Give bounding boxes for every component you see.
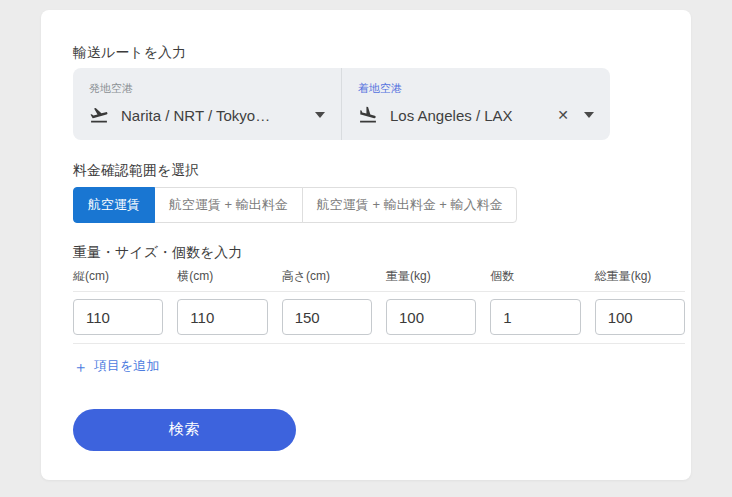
width-label: 横(cm) (177, 268, 267, 284)
weight-label: 重量(kg) (386, 268, 476, 284)
quote-form-card: 輸送ルートを入力 発地空港 Narita / NRT / Tokyo… 着地空港 (41, 10, 691, 480)
cargo-field-labels: 縦(cm) 横(cm) 高さ(cm) 重量(kg) 個数 総重量(kg) (73, 268, 685, 284)
height-field[interactable] (282, 299, 372, 335)
clear-icon[interactable]: ✕ (557, 108, 569, 122)
origin-airport-select[interactable]: 発地空港 Narita / NRT / Tokyo… (73, 68, 342, 140)
total-weight-field[interactable] (595, 299, 685, 335)
fee-scope-tabs: 航空運賃 航空運賃 + 輸出料金 航空運賃 + 輸出料金 + 輸入料金 (73, 187, 517, 223)
fee-option-air-freight[interactable]: 航空運賃 (73, 187, 155, 223)
add-item-label: 項目を追加 (94, 357, 159, 375)
add-item-button[interactable]: ＋ 項目を追加 (73, 357, 159, 375)
height-label: 高さ(cm) (282, 268, 372, 284)
total-weight-label: 総重量(kg) (595, 268, 685, 284)
origin-airport-label: 発地空港 (89, 81, 325, 96)
length-field[interactable] (73, 299, 163, 335)
cargo-inputs-row (73, 299, 685, 335)
chevron-down-icon (584, 112, 594, 118)
weight-field[interactable] (386, 299, 476, 335)
destination-airport-label: 着地空港 (358, 81, 594, 96)
fee-option-air-freight-export[interactable]: 航空運賃 + 輸出料金 (154, 187, 303, 223)
fee-option-air-freight-export-import[interactable]: 航空運賃 + 輸出料金 + 輸入料金 (302, 187, 518, 223)
route-selector: 発地空港 Narita / NRT / Tokyo… 着地空港 Los Ange… (73, 68, 610, 140)
flight-land-icon (358, 105, 378, 125)
length-label: 縦(cm) (73, 268, 163, 284)
plus-icon: ＋ (73, 359, 88, 374)
divider (73, 291, 685, 292)
origin-airport-value: Narita / NRT / Tokyo… (121, 107, 270, 124)
fee-section-title: 料金確認範囲を選択 (73, 160, 685, 180)
route-section-title: 輸送ルートを入力 (73, 42, 685, 62)
chevron-down-icon (315, 112, 325, 118)
destination-airport-value: Los Angeles / LAX (390, 107, 513, 124)
quantity-field[interactable] (490, 299, 580, 335)
divider (73, 343, 685, 344)
destination-airport-select[interactable]: 着地空港 Los Angeles / LAX ✕ (342, 68, 610, 140)
width-field[interactable] (177, 299, 267, 335)
cargo-section-title: 重量・サイズ・個数を入力 (73, 242, 685, 262)
quantity-label: 個数 (490, 268, 580, 284)
search-button[interactable]: 検索 (73, 409, 296, 451)
flight-takeoff-icon (89, 105, 109, 125)
